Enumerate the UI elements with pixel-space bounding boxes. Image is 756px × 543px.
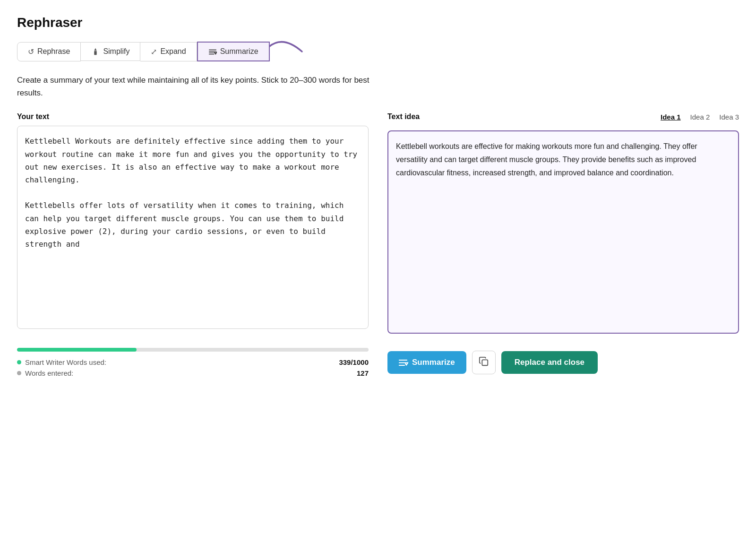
words-used-value: 339/1000 [339, 358, 369, 366]
words-used-label-group: Smart Writer Words used: [17, 358, 106, 366]
words-used-dot [17, 360, 21, 364]
words-entered-dot [17, 371, 21, 375]
words-entered-label-group: Words entered: [17, 369, 73, 377]
rephrase-icon: ↺ [28, 47, 34, 56]
progress-bar-fill [17, 348, 137, 352]
progress-bar-container [17, 348, 369, 352]
tab-rephrase[interactable]: ↺ Rephrase [17, 42, 81, 61]
right-panel-label: Text idea [387, 112, 420, 121]
words-used-stat: Smart Writer Words used: 339/1000 [17, 358, 369, 366]
page-title: Rephraser [17, 15, 739, 30]
left-panel: Your text Kettlebell Workouts are defini… [17, 112, 369, 334]
left-bottom: Smart Writer Words used: 339/1000 Words … [17, 343, 369, 377]
svg-rect-8 [482, 360, 488, 365]
tab-rephrase-label: Rephrase [37, 47, 70, 56]
tab-simplify[interactable]: Simplify [81, 42, 140, 61]
tab-summarize-label: Summarize [220, 47, 258, 56]
copy-button[interactable] [472, 351, 496, 374]
words-entered-label: Words entered: [25, 369, 73, 377]
simplify-icon [91, 47, 100, 56]
idea-tabs: Idea 1 Idea 2 Idea 3 [661, 113, 739, 121]
words-entered-value: 127 [357, 369, 369, 377]
right-panel: Text idea Idea 1 Idea 2 Idea 3 Kettlebel… [387, 112, 739, 334]
tab-simplify-label: Simplify [103, 47, 129, 56]
description-text: Create a summary of your text while main… [17, 74, 395, 99]
replace-close-button[interactable]: Replace and close [501, 351, 598, 374]
main-content: Your text Kettlebell Workouts are defini… [17, 112, 739, 334]
right-panel-header: Text idea Idea 1 Idea 2 Idea 3 [387, 112, 739, 126]
tab-summarize[interactable]: Summarize [197, 42, 270, 61]
output-text: Kettlebell workouts are effective for ma… [396, 142, 697, 177]
input-textarea[interactable]: Kettlebell Workouts are definitely effec… [17, 126, 369, 329]
summarize-button[interactable]: Summarize [387, 351, 466, 374]
words-used-label: Smart Writer Words used: [25, 358, 106, 366]
arrow-annotation [274, 40, 330, 63]
progress-section: Smart Writer Words used: 339/1000 Words … [17, 348, 369, 377]
expand-icon: ⤢ [151, 47, 157, 56]
left-panel-label: Your text [17, 112, 369, 121]
tab-expand[interactable]: ⤢ Expand [140, 42, 197, 61]
idea-tab-1[interactable]: Idea 1 [661, 113, 681, 121]
copy-icon [479, 356, 489, 369]
right-bottom-actions: Summarize Replace and close [387, 343, 739, 377]
summarize-btn-label: Summarize [412, 358, 455, 367]
idea-tab-2[interactable]: Idea 2 [690, 113, 710, 121]
words-entered-stat: Words entered: 127 [17, 369, 369, 377]
tab-expand-label: Expand [160, 47, 186, 56]
bottom-row: Smart Writer Words used: 339/1000 Words … [17, 343, 739, 377]
summarize-btn-icon [399, 358, 408, 367]
idea-tab-3[interactable]: Idea 3 [719, 113, 739, 121]
output-text-box: Kettlebell workouts are effective for ma… [387, 130, 739, 334]
stats-row: Smart Writer Words used: 339/1000 Words … [17, 358, 369, 377]
tabs-row: ↺ Rephrase Simplify ⤢ Expand Summarize [17, 40, 739, 63]
summarize-icon [208, 47, 217, 56]
svg-rect-0 [94, 51, 97, 55]
